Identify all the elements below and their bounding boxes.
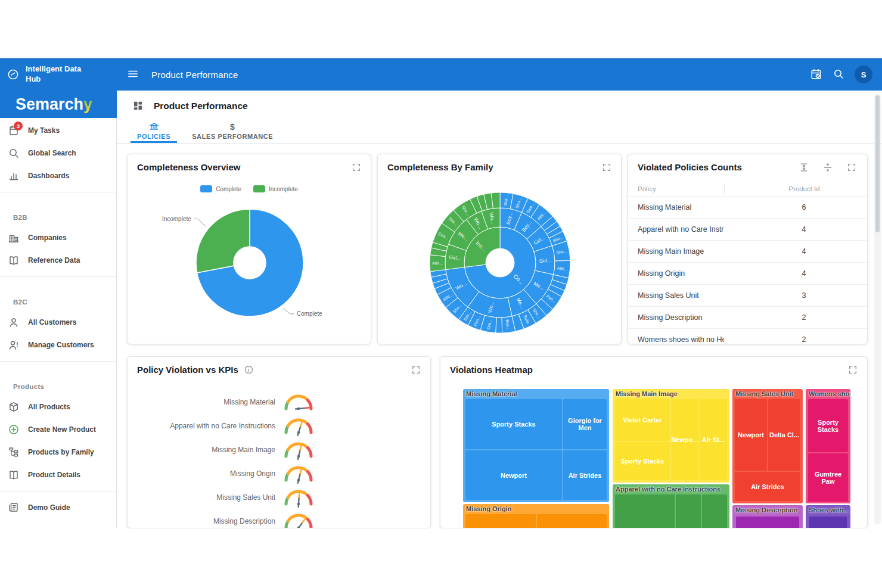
treemap-cell-air-strides[interactable]: Air Strides xyxy=(735,472,800,501)
sidebar-item-label: Dashboards xyxy=(28,172,69,180)
expand-icon[interactable] xyxy=(847,365,859,377)
dashboards-icon xyxy=(8,170,20,182)
treemap-group-missing-sales-unit[interactable]: Missing Sales UnitNewportDelta Cl...Air … xyxy=(732,389,803,503)
menu-icon[interactable] xyxy=(126,68,139,81)
table-row[interactable]: Missing Material6 xyxy=(628,196,867,218)
treemap-cell-sporty-stacks[interactable]: Sporty Stacks xyxy=(465,399,562,449)
treemap-cell-gumtree-paw[interactable]: Gumtree Paw xyxy=(808,453,848,502)
sidebar-item-create-new-product[interactable]: Create New Product xyxy=(0,418,116,441)
policy-cell: Apparel with no Care Instructio xyxy=(628,225,724,234)
treemap-cell-newport[interactable]: Newport xyxy=(735,399,767,471)
treemap-cell[interactable] xyxy=(809,517,847,528)
row-height-icon[interactable] xyxy=(798,162,810,174)
column-header-product-id[interactable]: Product Id xyxy=(724,183,867,194)
treemap-cell-sporty-stacks[interactable]: Sporty Stacks xyxy=(615,442,670,480)
treemap-group-shoes-with-[interactable]: Shoes with... xyxy=(806,505,850,528)
table-row[interactable]: Missing Main Image4 xyxy=(628,240,867,262)
donut-callout-label: Complete xyxy=(297,310,322,317)
policy-cell: Womens shoes with no Heel H xyxy=(628,335,724,344)
expand-icon[interactable] xyxy=(410,365,422,377)
treemap-group-missing-main-image[interactable]: Missing Main ImageViolet CarterSporty St… xyxy=(613,389,729,483)
treemap-cell-label: Air Strides xyxy=(569,472,602,479)
treemap-cell-newport[interactable]: Newport xyxy=(615,494,675,528)
treemap-cell-newport[interactable]: Newport xyxy=(465,450,562,500)
gauge-chart xyxy=(282,415,315,437)
dashboard-icon xyxy=(132,100,144,112)
treemap-cell-label: Sporty Stacks xyxy=(620,458,664,465)
treemap-cell[interactable] xyxy=(465,514,536,528)
sidebar-item-global-search[interactable]: Global Search xyxy=(0,142,116,164)
table-row[interactable]: Womens shoes with no Heel H2 xyxy=(628,328,867,344)
tab-sales-performance[interactable]: $SALES PERFORMANCE xyxy=(181,118,284,143)
tab-bar: POLICIES$SALES PERFORMANCE xyxy=(126,118,284,143)
expand-icon[interactable] xyxy=(846,162,858,174)
guide-icon xyxy=(8,502,20,514)
legend-item-complete[interactable]: Complete xyxy=(200,185,241,192)
treemap-cell-air-st-[interactable]: Air St... xyxy=(700,399,727,480)
sidebar-item-all-products[interactable]: All Products xyxy=(0,396,116,418)
treemap-cell-label: Violet Carter xyxy=(623,416,662,424)
tabs-divider xyxy=(117,143,882,144)
panel-violations-heatmap: Violations Heatmap Missing MaterialSport… xyxy=(440,356,868,528)
table-row[interactable]: Missing Sales Unit3 xyxy=(628,284,867,306)
treemap-group-missing-material[interactable]: Missing MaterialSporty StacksGiorgio for… xyxy=(463,389,609,502)
sidebar-item-companies[interactable]: Companies xyxy=(0,226,116,249)
table-row[interactable]: Missing Description2 xyxy=(628,306,867,328)
pie-legend[interactable]: CompleteIncomplete xyxy=(128,185,371,192)
donut-slice-incomplete[interactable] xyxy=(196,209,250,273)
treemap-cell[interactable] xyxy=(736,517,799,528)
treemap-cell-air-strides[interactable]: Air Strides xyxy=(563,450,607,500)
treemap-group-womens-shoe-[interactable]: Womens shoe...Sporty StacksGumtree Paw xyxy=(806,389,850,503)
donut-callout-label: Incomplete xyxy=(162,216,191,222)
donut-chart[interactable]: IncompleteComplete xyxy=(128,154,371,344)
panel-completeness-by-family: Completeness By Family Co...Inc...Boy...… xyxy=(377,154,622,344)
treemap-cell[interactable] xyxy=(702,494,727,528)
panel-title: Violated Policies Counts xyxy=(638,162,742,172)
expand-icon[interactable] xyxy=(601,162,613,174)
collapse-rows-icon[interactable] xyxy=(822,162,834,174)
tab-label: POLICIES xyxy=(137,133,170,140)
scrollbar-thumb[interactable] xyxy=(875,95,880,232)
panel-title: Policy Violation vs KPIs xyxy=(137,365,254,375)
treemap-group-missing-description[interactable]: Missing Description xyxy=(732,505,803,528)
sidebar-item-label: Product Details xyxy=(28,471,80,479)
gauge-row: Apparel with no Care Instructions xyxy=(128,414,315,438)
gauge-label: Apparel with no Care Instructions xyxy=(128,422,275,430)
treemap-cell-sporty-stacks[interactable]: Sporty Stacks xyxy=(808,399,848,452)
legend-item-incomplete[interactable]: Incomplete xyxy=(253,185,298,192)
sidebar-item-manage-customers[interactable]: Manage Customers xyxy=(0,334,116,356)
sunburst-chart[interactable]: Co...Inc...Boy...Boy...Girl...Girl...Me.… xyxy=(378,154,621,344)
sidebar-item-product-details[interactable]: Product Details xyxy=(0,463,116,486)
sidebar-item-all-customers[interactable]: All Customers xyxy=(0,311,116,334)
treemap-cell-delta-cl-[interactable]: Delta Cl... xyxy=(768,399,800,471)
treemap-group-missing-origin[interactable]: Missing OriginViolet Carter xyxy=(463,504,609,528)
sidebar-item-reference-data[interactable]: Reference Data xyxy=(0,249,116,272)
appbar-actions: S xyxy=(809,66,882,83)
policy-cell: Missing Main Image xyxy=(628,247,724,256)
sidebar-item-my-tasks[interactable]: 3My Tasks xyxy=(0,119,116,142)
sidebar-item-demo-guide[interactable]: Demo Guide xyxy=(0,496,116,519)
search-icon[interactable] xyxy=(832,68,845,81)
treemap-cell-label: Newport xyxy=(738,431,764,438)
tab-policies[interactable]: POLICIES xyxy=(126,118,181,143)
calendar-icon[interactable] xyxy=(809,68,822,81)
avatar[interactable]: S xyxy=(855,66,872,83)
treemap-cell-newpo-[interactable]: Newpo... xyxy=(671,399,698,480)
table-row[interactable]: Missing Origin4 xyxy=(628,262,867,284)
treemap-group-apparel-with-no-care-instructions[interactable]: Apparel with no Care InstructionsNewport xyxy=(613,484,729,528)
column-header-policy[interactable]: Policy xyxy=(628,185,724,192)
count-cell: 6 xyxy=(724,203,867,211)
treemap-group-label: Shoes with... xyxy=(806,505,850,517)
expand-icon[interactable] xyxy=(350,162,362,174)
treemap-cell-giorgio-for-men[interactable]: Giorgio for Men xyxy=(563,399,607,449)
table-row[interactable]: Apparel with no Care Instructio4 xyxy=(628,218,867,240)
treemap-cell-violet-carter[interactable]: Violet Carter xyxy=(537,514,607,528)
panel-completeness-overview: Completeness Overview CompleteIncomplete… xyxy=(127,154,371,344)
info-icon[interactable] xyxy=(244,365,254,375)
scrollbar[interactable] xyxy=(874,94,881,524)
treemap-cell[interactable] xyxy=(676,494,701,528)
sidebar-item-dashboards[interactable]: Dashboards xyxy=(0,164,116,187)
sidebar-item-products-by-family[interactable]: Products by Family xyxy=(0,441,116,463)
treemap-cell-violet-carter[interactable]: Violet Carter xyxy=(615,399,670,441)
tab-label: SALES PERFORMANCE xyxy=(192,133,273,140)
